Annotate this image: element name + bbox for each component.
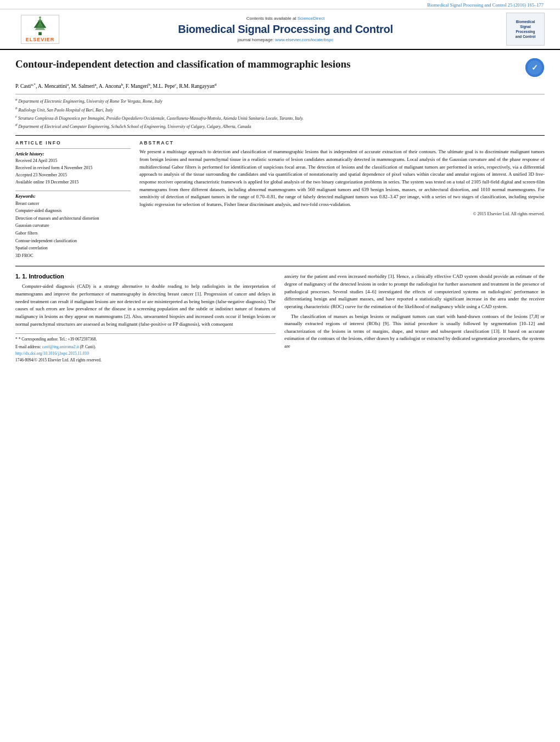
contents-line: Contents lists available at ScienceDirec… <box>76 16 495 21</box>
elsevier-logo: ELSEVIER <box>15 13 65 46</box>
article-history-label: Article history: <box>15 151 131 157</box>
body-two-col: 1. 1. Introduction Computer-aided diagno… <box>15 273 545 364</box>
article-info-heading: ARTICLE INFO <box>15 140 131 146</box>
keyword-8: 3D FROC <box>15 252 131 260</box>
svg-point-3 <box>39 16 41 19</box>
elsevier-tree-icon <box>24 16 57 36</box>
abstract-column: ABSTRACT We present a multistage approac… <box>139 140 545 259</box>
keyword-3: Detection of masses and architectural di… <box>15 215 131 222</box>
authors-line: P. Castia,*, A. Mencattinia, M. Salmeria… <box>15 82 545 91</box>
intro-para-right-1: anxiety for the patient and even increas… <box>284 273 545 310</box>
keyword-1: Breast cancer <box>15 200 131 208</box>
elsevier-wordmark: ELSEVIER <box>26 37 55 42</box>
top-bar: Biomedical Signal Processing and Control… <box>0 0 560 9</box>
received-revised-date: Received in revised form 4 November 2015 <box>15 165 131 172</box>
journal-ref: Biomedical Signal Processing and Control… <box>427 2 544 8</box>
accepted-date: Accepted 23 November 2015 <box>15 172 131 179</box>
author-7: R.M. Rangayyand <box>179 83 216 89</box>
corresponding-author-note: * * Corresponding author. Tel.: +39 0672… <box>15 336 276 343</box>
journal-url[interactable]: www.elsevier.com/locate/bspc <box>275 37 333 42</box>
available-online-date: Available online 19 December 2015 <box>15 179 131 186</box>
issn-line: 1746-8094/© 2015 Elsevier Ltd. All right… <box>15 357 276 364</box>
journal-right-logo: BiomedicalSignalProcessingand Control <box>506 13 545 46</box>
email-label: E-mail address: <box>15 344 41 349</box>
keyword-2: Computer-aided diagnosis <box>15 207 131 215</box>
svg-rect-0 <box>38 32 42 35</box>
intro-heading: 1. 1. Introduction <box>15 273 276 280</box>
copyright-line: © 2015 Elsevier Ltd. All rights reserved… <box>139 211 545 216</box>
affil-a: a Department of Electronic Engineering, … <box>15 97 545 104</box>
keyword-7: Spatial correlation <box>15 244 131 252</box>
author-4: A. Anconab <box>99 83 123 89</box>
article-info-abstract-section: ARTICLE INFO Article history: Received 2… <box>15 135 545 259</box>
affiliations: a Department of Electronic Engineering, … <box>15 94 545 130</box>
journal-homepage: journal homepage: www.elsevier.com/locat… <box>76 37 495 42</box>
journal-center-info: Contents lists available at ScienceDirec… <box>65 16 506 42</box>
author-3: M. Salmeria <box>71 83 97 89</box>
keywords-label: Keywords: <box>15 193 131 199</box>
author-2: A. Mencattinia <box>38 83 69 89</box>
page: Biomedical Signal Processing and Control… <box>0 0 560 742</box>
author-1: P. Castia,* <box>15 83 36 89</box>
crossmark-badge[interactable]: ✓ <box>525 58 545 77</box>
star-symbol: * <box>15 337 18 342</box>
intro-title: 1. Introduction <box>22 273 64 280</box>
affil-c: c Struttura Complessa di Diagnostica per… <box>15 114 545 121</box>
intro-para-right-2: The classification of masses as benign l… <box>284 313 545 350</box>
affil-d: d Department of Electrical and Computer … <box>15 122 545 130</box>
abstract-text: We present a multistage approach to dete… <box>139 148 545 208</box>
footnote-area: * * Corresponding author. Tel.: +39 0672… <box>15 333 276 364</box>
affil-b: b Radiology Unit, San Paolo Hospital of … <box>15 105 545 113</box>
email-name: P. Casti <box>81 344 94 349</box>
article-content: Contour-independent detection and classi… <box>0 50 560 369</box>
keyword-5: Gabor filters <box>15 230 131 237</box>
corresponding-author-text: * Corresponding author. Tel.: +39 067259… <box>19 337 97 342</box>
abstract-heading: ABSTRACT <box>139 140 545 146</box>
body-right-col: anxiety for the patient and even increas… <box>284 273 545 364</box>
article-history: Article history: Received 24 April 2015 … <box>15 148 131 186</box>
doi-line: http://dx.doi.org/10.1016/j.bspc.2015.11… <box>15 350 276 357</box>
author-5: F. Mangerib <box>126 83 150 89</box>
section-divider <box>15 266 545 266</box>
email-link[interactable]: casti@ing.uniroma2.it <box>42 344 79 349</box>
article-title: Contour-independent detection and classi… <box>15 58 525 71</box>
journal-header: ELSEVIER Contents lists available at Sci… <box>0 9 560 50</box>
sciencedirect-link[interactable]: ScienceDirect <box>298 16 324 21</box>
body-left-col: 1. 1. Introduction Computer-aided diagno… <box>15 273 276 364</box>
received-date: Received 24 April 2015 <box>15 158 131 165</box>
doi-link[interactable]: http://dx.doi.org/10.1016/j.bspc.2015.11… <box>15 351 89 356</box>
journal-title: Biomedical Signal Processing and Control <box>76 23 495 36</box>
keyword-6: Contour-independent classification <box>15 237 131 245</box>
email-line: E-mail address: casti@ing.uniroma2.it (P… <box>15 344 276 350</box>
article-info-column: ARTICLE INFO Article history: Received 2… <box>15 140 131 259</box>
keywords-section: Keywords: Breast cancer Computer-aided d… <box>15 191 131 260</box>
crossmark-icon: ✓ <box>525 58 544 77</box>
svg-text:✓: ✓ <box>531 63 538 72</box>
intro-para-1: Computer-aided diagnosis (CAD) is a stra… <box>15 283 276 328</box>
intro-number: 1. <box>15 273 20 280</box>
article-title-section: Contour-independent detection and classi… <box>15 58 545 77</box>
author-6: M.L. Pepec <box>153 83 176 89</box>
keyword-4: Gaussian curvature <box>15 222 131 230</box>
